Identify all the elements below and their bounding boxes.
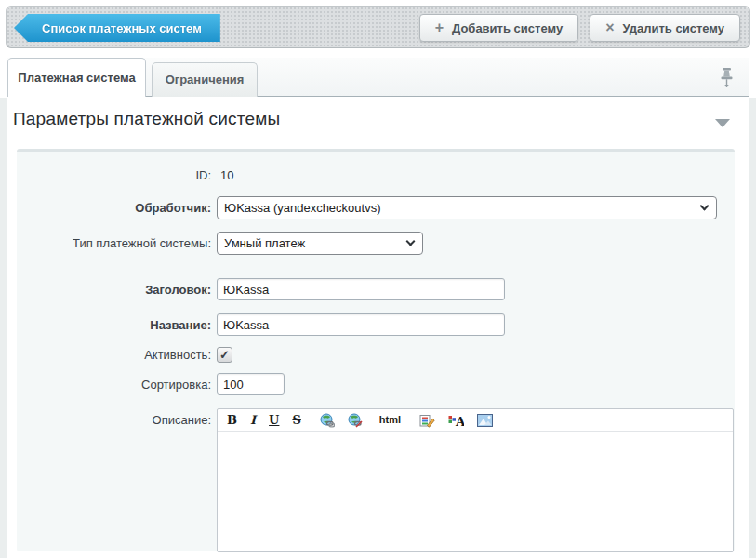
svg-text:A: A [455,413,464,428]
globe-unlink-icon [348,413,363,428]
active-checkbox[interactable]: ✓ [217,347,232,363]
delete-system-label: Удалить систему [622,21,724,35]
type-label: Тип платежной системы: [17,236,211,250]
field-row-title: Заголовок: [17,278,735,300]
delete-system-button[interactable]: × Удалить систему [590,14,740,42]
font-color-icon: A [448,413,464,428]
editor-toolbar: B I U S [218,409,733,432]
add-system-label: Добавить систему [452,21,563,35]
italic-button[interactable]: I [248,414,258,426]
image-icon [477,414,493,427]
strikethrough-button[interactable]: S [290,414,302,426]
name-label: Название: [17,318,211,332]
collapse-section-icon[interactable] [715,119,730,127]
left-gutter [0,98,7,558]
active-label: Активность: [17,348,211,362]
field-row-name: Название: [17,313,735,336]
field-row-id: ID: 10 [17,166,735,183]
handler-select[interactable]: ЮKassa (yandexcheckoutvs) [217,196,717,219]
name-input[interactable] [217,313,505,336]
id-label: ID: [17,168,211,182]
sort-label: Сортировка: [17,378,211,392]
globe-link-icon [320,413,335,428]
checkmark-icon: ✓ [219,349,230,361]
back-to-list-button[interactable]: Список платежных систем [14,14,220,42]
font-color-button[interactable]: A [446,413,466,428]
toolbar-actions: + Добавить систему × Удалить систему [419,14,740,42]
style-button[interactable] [418,413,437,428]
title-input[interactable] [217,278,505,300]
html-mode-button[interactable]: html [378,415,403,425]
field-row-sort: Сортировка: [17,373,735,395]
title-label: Заголовок: [17,283,211,297]
pin-tabs-icon[interactable] [720,68,734,87]
field-row-description: Описание: B I U S [17,408,735,552]
remove-link-button[interactable] [346,413,365,428]
plus-icon: + [435,20,444,35]
payment-system-form: ID: 10 Обработчик: ЮKassa (yandexcheckou… [17,149,735,551]
tab-restrictions[interactable]: Ограничения [152,62,258,97]
field-row-active: Активность: ✓ [17,346,735,363]
detail-tabs: Платежная система Ограничения [7,58,749,97]
close-icon: × [605,20,614,35]
description-label: Описание: [17,408,211,427]
field-row-handler: Обработчик: ЮKassa (yandexcheckoutvs) [17,196,735,219]
top-toolbar: Список платежных систем + Добавить систе… [6,6,750,48]
right-gutter [749,98,756,558]
payment-type-select[interactable]: Умный платеж [217,232,423,255]
add-system-button[interactable]: + Добавить систему [419,14,578,42]
bold-button[interactable]: B [225,414,239,426]
tab-payment-system[interactable]: Платежная система [7,58,146,97]
handler-label: Обработчик: [17,201,211,215]
sort-input[interactable] [217,373,285,395]
insert-image-button[interactable] [475,414,495,427]
id-value: 10 [220,168,233,182]
field-row-type: Тип платежной системы: Умный платеж [17,232,735,255]
description-editor: B I U S [217,408,734,552]
section-title: Параметры платежной системы [13,109,280,129]
insert-link-button[interactable] [318,413,337,428]
underline-button[interactable]: U [267,414,281,426]
description-editor-content[interactable] [218,432,733,551]
style-icon [419,413,435,428]
